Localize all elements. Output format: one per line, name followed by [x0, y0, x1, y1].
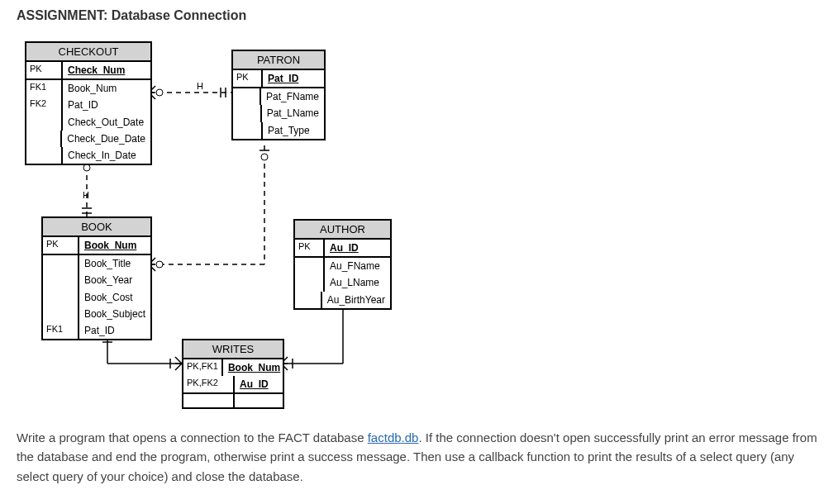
attr: Pat_Type: [263, 122, 324, 139]
pk-label: PK: [26, 62, 63, 78]
entity-header: CHECKOUT: [26, 43, 150, 62]
svg-text:H: H: [197, 81, 203, 91]
attr: Pat_FName: [261, 88, 324, 105]
entity-checkout: CHECKOUT PK Check_Num FK1 Book_Num FK2 P…: [25, 41, 152, 165]
svg-point-8: [261, 154, 268, 160]
attr: Book_Cost: [79, 289, 150, 306]
pk-field: Check_Num: [68, 64, 125, 76]
entity-header: BOOK: [43, 218, 150, 237]
attr: Book_Year: [79, 272, 150, 288]
er-diagram: H H: [17, 33, 397, 413]
entity-header: PATRON: [233, 51, 324, 70]
instructions-text: Write a program that opens a connection …: [17, 428, 821, 486]
attr: Au_FName: [325, 258, 390, 274]
entity-book: BOOK PK Book_Num Book_Title Book_Year Bo…: [41, 216, 152, 340]
attr: Check_Out_Date: [63, 114, 150, 131]
pk-field: Pat_ID: [268, 73, 298, 84]
fk1-label: FK1: [43, 322, 79, 339]
entity-header: WRITES: [183, 340, 283, 359]
svg-point-9: [156, 261, 163, 268]
entity-author: AUTHOR PK Au_ID Au_FName Au_LName Au_Bir…: [293, 219, 392, 310]
page-title: ASSIGNMENT: Database Connection: [17, 8, 821, 23]
svg-point-12: [83, 164, 90, 171]
fk2-field: Pat_ID: [63, 97, 150, 113]
pk-label: PK: [43, 237, 79, 254]
pkfk1-label: PK,FK1: [183, 359, 223, 376]
attr: Check_In_Date: [63, 147, 150, 164]
attr: Au_BirthYear: [322, 292, 390, 308]
factdb-link[interactable]: factdb.db: [368, 430, 419, 445]
attr: Book_Title: [79, 255, 150, 272]
pkfk2-label: PK,FK2: [183, 376, 235, 392]
attr: Check_Due_Date: [62, 131, 150, 147]
pk-label: PK: [295, 240, 325, 256]
pkfk2-field: Au_ID: [240, 378, 269, 390]
svg-point-2: [156, 89, 163, 96]
svg-text:H: H: [83, 190, 89, 200]
fk1-field: Book_Num: [63, 80, 150, 97]
attr: Pat_LName: [262, 105, 324, 121]
instr-pre: Write a program that opens a connection …: [17, 430, 368, 445]
entity-writes: WRITES PK,FK1 Book_Num PK,FK2 Au_ID: [182, 339, 284, 409]
attr: Au_LName: [325, 274, 390, 291]
pk-field: Au_ID: [330, 242, 359, 254]
fk2-label: FK2: [26, 97, 63, 113]
entity-header: AUTHOR: [295, 221, 390, 240]
pkfk1-field: Book_Num: [228, 362, 280, 373]
entity-patron: PATRON PK Pat_ID Pat_FName Pat_LName Pat…: [231, 50, 326, 140]
attr: Book_Subject: [79, 306, 150, 322]
fk1-label: FK1: [26, 80, 63, 97]
pk-field: Book_Num: [84, 240, 136, 251]
fk1-field: Pat_ID: [79, 322, 150, 339]
pk-label: PK: [233, 70, 263, 87]
